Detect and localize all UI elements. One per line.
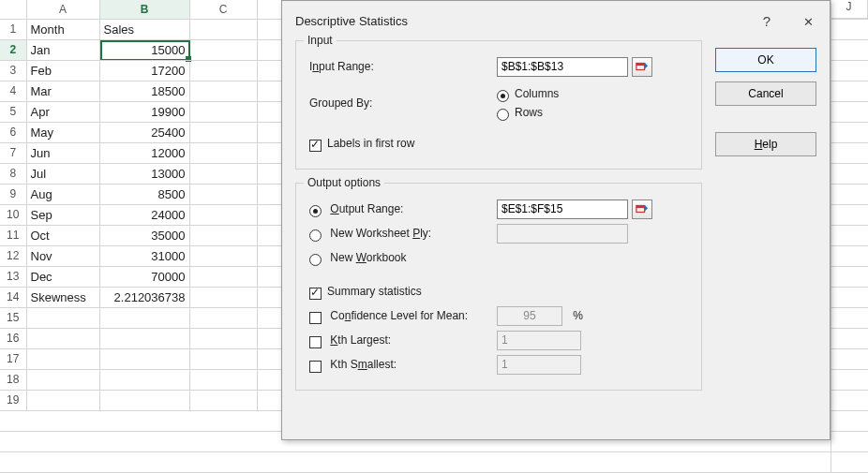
col-header-C[interactable]: C xyxy=(189,0,257,19)
row-header-14[interactable]: 14 xyxy=(0,287,26,307)
confidence-level-field[interactable] xyxy=(497,306,562,326)
cell-B11[interactable]: 35000 xyxy=(99,225,189,245)
cell-B17[interactable] xyxy=(99,348,189,369)
cell-C18[interactable] xyxy=(189,369,257,390)
kth-smallest-field[interactable] xyxy=(497,355,581,375)
cell-B8[interactable]: 13000 xyxy=(99,163,189,184)
cell-A3[interactable]: Feb xyxy=(26,60,99,81)
row-header-8[interactable]: 8 xyxy=(0,163,26,184)
row-header-12[interactable]: 12 xyxy=(0,245,26,266)
cell-B1[interactable]: Sales xyxy=(99,19,189,39)
cell-C10[interactable] xyxy=(189,204,257,225)
cell-A5[interactable]: Apr xyxy=(26,101,99,122)
summary-statistics-checkbox[interactable] xyxy=(309,288,322,300)
cell-B9[interactable]: 8500 xyxy=(99,184,189,204)
cell-A19[interactable] xyxy=(26,390,99,410)
cell-B3[interactable]: 17200 xyxy=(99,60,189,81)
cell-B14[interactable]: 2.212036738 xyxy=(99,287,189,307)
cell-B4[interactable]: 18500 xyxy=(99,81,189,101)
radio-output-range[interactable] xyxy=(309,205,322,217)
col-header-J[interactable]: J xyxy=(831,0,868,19)
cell-A15[interactable] xyxy=(26,307,99,328)
cell-C4[interactable] xyxy=(189,81,257,101)
titlebar-close-icon[interactable] xyxy=(798,13,818,29)
row-header-16[interactable]: 16 xyxy=(0,328,26,348)
row-header-13[interactable]: 13 xyxy=(0,266,26,287)
radio-new-worksheet[interactable] xyxy=(309,229,322,242)
cell-C12[interactable] xyxy=(189,245,257,266)
row-header-1[interactable]: 1 xyxy=(0,19,26,39)
cell-C14[interactable] xyxy=(189,287,257,307)
cell-C2[interactable] xyxy=(189,39,257,60)
cell-C6[interactable] xyxy=(189,122,257,142)
cell-B2[interactable]: 15000 xyxy=(99,39,189,60)
col-header-B[interactable]: B xyxy=(99,0,189,19)
cell-C11[interactable] xyxy=(189,225,257,245)
input-range-picker-icon[interactable] xyxy=(632,57,652,77)
cell-A9[interactable]: Aug xyxy=(26,184,99,204)
row-header-4[interactable]: 4 xyxy=(0,81,26,101)
cell-A16[interactable] xyxy=(26,328,99,348)
row-header-19[interactable]: 19 xyxy=(0,390,26,410)
cell-A4[interactable]: Mar xyxy=(26,81,99,101)
cell-C1[interactable] xyxy=(189,19,257,39)
cell-C5[interactable] xyxy=(189,101,257,122)
cell-B7[interactable]: 12000 xyxy=(99,142,189,163)
select-all-corner[interactable] xyxy=(0,0,26,19)
confidence-level-checkbox[interactable] xyxy=(309,312,322,324)
radio-rows[interactable] xyxy=(497,109,509,121)
cell-A12[interactable]: Nov xyxy=(26,245,99,266)
cell-A14[interactable]: Skewness xyxy=(26,287,99,307)
cell-B18[interactable] xyxy=(99,369,189,390)
cell-C9[interactable] xyxy=(189,184,257,204)
kth-largest-checkbox[interactable] xyxy=(309,336,322,348)
cell-A10[interactable]: Sep xyxy=(26,204,99,225)
cell-C16[interactable] xyxy=(189,328,257,348)
row-header-17[interactable]: 17 xyxy=(0,348,26,369)
radio-new-workbook[interactable] xyxy=(309,254,322,266)
output-range-field[interactable] xyxy=(497,200,628,219)
cell-B15[interactable] xyxy=(99,307,189,328)
row-header-7[interactable]: 7 xyxy=(0,142,26,163)
cell-C7[interactable] xyxy=(189,142,257,163)
cell-B13[interactable]: 70000 xyxy=(99,266,189,287)
cell-A17[interactable] xyxy=(26,348,99,369)
row-header-3[interactable]: 3 xyxy=(0,60,26,81)
cell-B6[interactable]: 25400 xyxy=(99,122,189,142)
cell-B16[interactable] xyxy=(99,328,189,348)
output-range-picker-icon[interactable] xyxy=(632,200,652,219)
cell-A2[interactable]: Jan xyxy=(26,39,99,60)
cell-A1[interactable]: Month xyxy=(26,19,99,39)
labels-first-row-checkbox[interactable] xyxy=(309,140,322,152)
row-header-10[interactable]: 10 xyxy=(0,204,26,225)
kth-largest-field[interactable] xyxy=(497,331,581,350)
row-header-5[interactable]: 5 xyxy=(0,101,26,122)
cell-C19[interactable] xyxy=(189,390,257,410)
row-header-6[interactable]: 6 xyxy=(0,122,26,142)
row-header-15[interactable]: 15 xyxy=(0,307,26,328)
cell-C17[interactable] xyxy=(189,348,257,369)
col-header-A[interactable]: A xyxy=(26,0,99,19)
cell-A6[interactable]: May xyxy=(26,122,99,142)
cell-A18[interactable] xyxy=(26,369,99,390)
cell-B19[interactable] xyxy=(99,390,189,410)
cell-C8[interactable] xyxy=(189,163,257,184)
cell-B12[interactable]: 31000 xyxy=(99,245,189,266)
help-button[interactable]: Help xyxy=(715,132,816,156)
row-header-2[interactable]: 2 xyxy=(0,39,26,60)
new-worksheet-field[interactable] xyxy=(497,224,628,244)
cell-C15[interactable] xyxy=(189,307,257,328)
titlebar-help-icon[interactable] xyxy=(756,13,777,29)
dialog-titlebar[interactable]: Descriptive Statistics xyxy=(282,1,830,40)
cell-C3[interactable] xyxy=(189,60,257,81)
cell-B10[interactable]: 24000 xyxy=(99,204,189,225)
ok-button[interactable]: OK xyxy=(715,48,816,72)
cell-A11[interactable]: Oct xyxy=(26,225,99,245)
input-range-field[interactable] xyxy=(497,57,628,77)
cell-A13[interactable]: Dec xyxy=(26,266,99,287)
cancel-button[interactable]: Cancel xyxy=(715,81,816,106)
row-header-11[interactable]: 11 xyxy=(0,225,26,245)
radio-columns[interactable] xyxy=(497,90,509,102)
row-header-9[interactable]: 9 xyxy=(0,184,26,204)
kth-smallest-checkbox[interactable] xyxy=(309,361,322,373)
